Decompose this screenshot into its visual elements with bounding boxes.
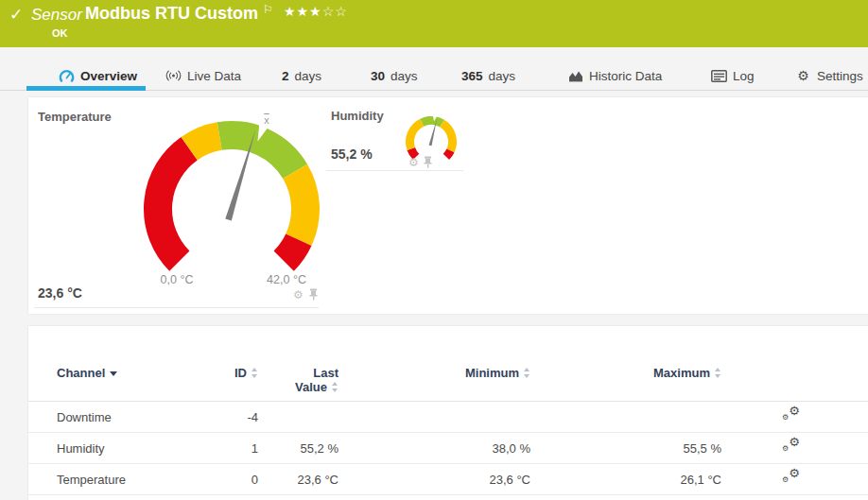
gauge-pin-icon[interactable]	[308, 287, 319, 304]
tab-log[interactable]: Log	[711, 65, 755, 86]
sensor-status-banner: ✓ Sensor Modbus RTU Custom ⚐ ★★★☆☆ OK	[0, 0, 868, 47]
tab-label: days	[489, 69, 516, 83]
tab-overview[interactable]: Overview	[59, 65, 137, 86]
gauge-icon	[59, 68, 75, 84]
table-row-humidity: Humidity155,2 %38,0 %55,5 %⚙⚙	[28, 433, 868, 464]
channel-settings-gears-icon[interactable]: ⚙⚙	[782, 437, 800, 453]
actions-cell: ⚙⚙	[721, 437, 842, 456]
id-cell: 0	[189, 473, 258, 487]
gauge-settings-gear-icon[interactable]: ⚙	[408, 157, 419, 168]
priority-flag-icon[interactable]: ⚐	[263, 3, 273, 16]
minimum-cell: 23,6 °C	[339, 473, 530, 487]
maximum-cell: 26,1 °C	[530, 473, 721, 487]
log-icon	[711, 68, 727, 84]
tab-historic-data[interactable]: Historic Data	[567, 65, 662, 86]
id-cell: 1	[189, 441, 258, 456]
maximum-cell: 55,5 %	[530, 441, 721, 456]
tab-days2[interactable]: 2days	[282, 65, 321, 86]
id-cell: -4	[189, 410, 258, 424]
tab-bar: OverviewLive Data2days30days365daysHisto…	[0, 47, 868, 91]
live-data-icon	[165, 68, 182, 84]
channel-cell: Temperature	[55, 473, 189, 487]
tab-number: 365	[461, 69, 483, 83]
tab-label: days	[295, 69, 322, 83]
tab-label: Log	[733, 69, 755, 83]
last-value-cell: 55,2 %	[258, 441, 339, 456]
column-header-id[interactable]: ID	[189, 366, 258, 380]
status-badge: OK	[52, 27, 68, 39]
sort-icon	[715, 368, 721, 378]
prtg-sensor-page: ✓ Sensor Modbus RTU Custom ⚐ ★★★☆☆ OK Ov…	[0, 0, 868, 500]
chevron-down-icon	[110, 371, 117, 376]
mean-marker-label: x	[259, 114, 274, 126]
humidity-panel-divider	[326, 170, 463, 171]
column-header-minimum[interactable]: Minimum	[339, 366, 530, 380]
historic-data-icon	[567, 68, 583, 84]
tab-label: days	[391, 69, 418, 83]
tab-number: 30	[371, 69, 385, 83]
table-header-row: Channel ID LastValue Minimum Maximum	[28, 326, 868, 402]
sort-icon	[332, 382, 339, 392]
gauge-max-label: 42,0 °C	[258, 273, 315, 286]
gauge-title-humidity: Humidity	[331, 109, 384, 123]
tab-label: Live Data	[187, 69, 241, 83]
priority-stars[interactable]: ★★★☆☆	[284, 4, 348, 19]
humidity-value: 55,2 %	[331, 147, 373, 162]
sensor-title: Modbus RTU Custom	[85, 4, 258, 24]
settings-icon: ⚙	[795, 68, 811, 84]
tab-label: Overview	[80, 69, 137, 83]
actions-cell: ⚙⚙	[721, 405, 842, 424]
column-header-last-value[interactable]: LastValue	[258, 366, 339, 394]
gauge-settings-gear-icon[interactable]: ⚙	[293, 289, 304, 301]
active-tab-underline	[26, 86, 146, 91]
sort-icon	[252, 368, 258, 378]
channel-cell: Downtime	[55, 410, 189, 424]
table-body: Downtime-4⚙⚙Humidity155,2 %38,0 %55,5 %⚙…	[28, 402, 868, 495]
object-type-label: Sensor	[31, 6, 82, 25]
table-row-temperature: Temperature023,6 °C23,6 °C26,1 °C⚙⚙	[28, 464, 868, 495]
gauges-panel: Temperature x 0,0 °C 42,0 °C 23,6 °C ⚙ H…	[28, 97, 868, 314]
channels-table-panel: Channel ID LastValue Minimum Maximum Dow…	[28, 326, 868, 500]
temperature-panel-divider	[34, 307, 319, 308]
channel-settings-gears-icon[interactable]: ⚙⚙	[782, 468, 800, 484]
channel-settings-gears-icon[interactable]: ⚙⚙	[782, 405, 800, 422]
table-row-downtime: Downtime-4⚙⚙	[28, 402, 868, 433]
temperature-gauge	[132, 107, 333, 285]
tab-label: Historic Data	[589, 69, 662, 83]
tab-days30[interactable]: 30days	[371, 65, 418, 86]
gauge-title-temperature: Temperature	[38, 110, 112, 124]
sort-icon	[524, 368, 530, 378]
last-value-cell: 23,6 °C	[258, 473, 339, 487]
tab-label: Settings	[817, 69, 863, 83]
gauge-min-label: 0,0 °C	[148, 273, 205, 286]
tab-live-data[interactable]: Live Data	[165, 65, 241, 86]
ok-check-icon: ✓	[9, 5, 23, 25]
actions-cell: ⚙⚙	[721, 468, 842, 487]
minimum-cell: 38,0 %	[339, 441, 530, 456]
channel-cell: Humidity	[55, 441, 189, 456]
tab-days365[interactable]: 365days	[461, 65, 515, 86]
tab-settings[interactable]: ⚙Settings	[795, 65, 863, 86]
column-header-maximum[interactable]: Maximum	[530, 366, 721, 380]
column-header-channel[interactable]: Channel	[55, 366, 189, 380]
temperature-value: 23,6 °C	[38, 285, 82, 301]
tab-number: 2	[282, 69, 289, 83]
